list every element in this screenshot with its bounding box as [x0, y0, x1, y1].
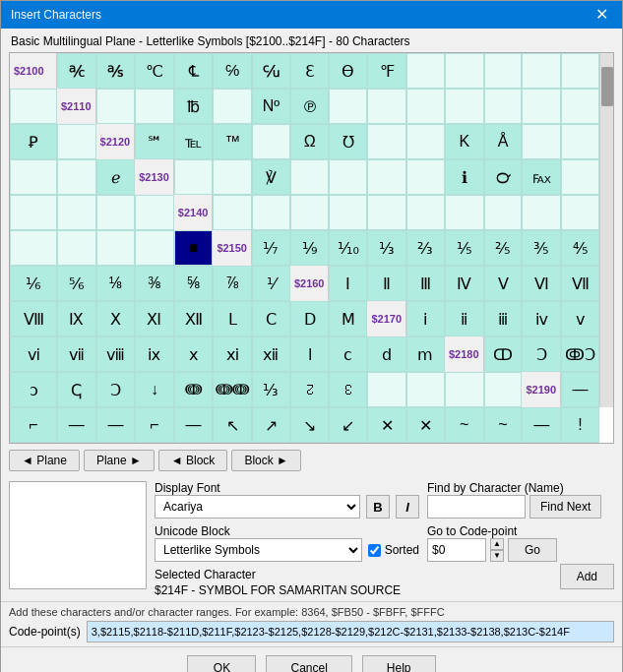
char-cell[interactable]: Ⅲ [406, 266, 445, 301]
char-cell[interactable]: Ⅹ [96, 301, 136, 336]
char-cell[interactable]: ⅙ [10, 266, 57, 301]
char-cell[interactable]: ℹ [445, 159, 484, 195]
char-cell[interactable] [57, 159, 96, 195]
char-cell[interactable] [367, 89, 406, 124]
char-cell[interactable] [561, 89, 599, 124]
char-cell[interactable]: ℅ [213, 53, 252, 89]
char-cell[interactable]: ℠ [135, 124, 174, 159]
char-cell[interactable] [213, 195, 252, 230]
char-cell[interactable]: ↖ [213, 407, 252, 443]
char-cell[interactable]: Å [484, 124, 523, 159]
char-cell[interactable]: Ↄ [522, 336, 561, 372]
char-cell[interactable] [135, 230, 174, 266]
char-cell[interactable] [406, 124, 445, 159]
char-cell[interactable]: — [561, 372, 599, 407]
char-cell[interactable]: ~ [445, 407, 484, 443]
char-cell[interactable] [174, 159, 214, 195]
char-cell[interactable] [135, 195, 174, 230]
prev-plane-button[interactable]: ◄ Plane [9, 450, 80, 471]
char-cell[interactable] [329, 89, 367, 124]
char-cell[interactable]: — [522, 407, 561, 443]
char-cell[interactable]: ⅽ [329, 336, 367, 372]
char-cell[interactable]: ⅝ [174, 266, 214, 301]
char-cell[interactable]: ℃ [135, 53, 174, 89]
char-cell[interactable]: ⌐ [135, 407, 174, 443]
char-cell[interactable]: ⅚ [57, 266, 96, 301]
scrollbar[interactable] [599, 53, 613, 407]
char-cell[interactable] [484, 195, 523, 230]
char-cell[interactable]: ⅘ [561, 230, 599, 266]
goto-input[interactable] [427, 538, 486, 562]
char-cell[interactable] [57, 230, 96, 266]
char-cell[interactable]: Ⅿ [329, 301, 367, 336]
char-cell[interactable] [252, 195, 290, 230]
char-cell[interactable]: ™ [213, 124, 252, 159]
char-cell[interactable]: Ⅻ [174, 301, 214, 336]
char-cell[interactable]: ↊ [290, 372, 330, 407]
char-cell[interactable]: Ʊ [329, 124, 367, 159]
char-cell[interactable] [484, 53, 523, 89]
char-cell[interactable] [445, 89, 484, 124]
char-cell[interactable]: ⅟ [252, 266, 290, 301]
char-cell[interactable]: ↙ [329, 407, 367, 443]
char-cell[interactable]: Ⅺ [135, 301, 174, 336]
char-cell[interactable]: Ω [290, 124, 330, 159]
char-cell[interactable]: ℄ [174, 53, 214, 89]
char-cell[interactable]: ⅻ [252, 336, 290, 372]
char-cell[interactable]: ⅸ [135, 336, 174, 372]
char-cell[interactable]: ↘ [290, 407, 330, 443]
char-cell[interactable] [561, 124, 599, 159]
char-cell[interactable]: ℉ [367, 53, 406, 89]
prev-block-button[interactable]: ◄ Block [158, 450, 228, 471]
char-cell[interactable]: ⅒ [329, 230, 367, 266]
spin-up-button[interactable]: ▲ [490, 538, 504, 550]
char-cell[interactable] [329, 159, 367, 195]
char-cell[interactable]: ⅞ [213, 266, 252, 301]
char-cell[interactable]: Ⅼ [213, 301, 252, 336]
char-cell[interactable]: ⌐ [10, 407, 57, 443]
ok-button[interactable]: OK [187, 655, 256, 672]
sorted-checkbox[interactable] [368, 544, 381, 557]
char-cell[interactable]: — [57, 407, 96, 443]
char-cell[interactable]: ↅ [57, 372, 96, 407]
char-cell[interactable] [96, 230, 136, 266]
char-cell[interactable]: — [174, 407, 214, 443]
char-cell[interactable] [522, 89, 561, 124]
char-cell[interactable]: ⅿ [406, 336, 445, 372]
char-cell[interactable] [10, 159, 57, 195]
next-plane-button[interactable]: Plane ► [84, 450, 155, 471]
char-cell[interactable]: ℔ [174, 89, 214, 124]
cancel-button[interactable]: Cancel [266, 655, 351, 672]
char-cell[interactable] [561, 159, 599, 195]
char-cell[interactable] [484, 372, 523, 407]
char-cell[interactable]: Ⅵ [522, 266, 561, 301]
char-cell[interactable]: ℗ [290, 89, 330, 124]
char-cell[interactable]: Ⅶ [561, 266, 599, 301]
bold-button[interactable]: B [366, 495, 390, 519]
char-cell[interactable] [406, 89, 445, 124]
display-font-select[interactable]: Acariya [155, 495, 360, 519]
char-cell[interactable]: ℀ [57, 53, 96, 89]
char-cell[interactable]: Ⅳ [445, 266, 484, 301]
char-cell[interactable] [445, 53, 484, 89]
find-char-input[interactable] [427, 495, 526, 519]
char-cell[interactable]: ⅐ [252, 230, 290, 266]
char-cell[interactable] [406, 195, 445, 230]
char-cell[interactable] [367, 124, 406, 159]
help-button[interactable]: Help [362, 655, 436, 672]
char-cell[interactable] [484, 89, 523, 124]
char-cell[interactable]: ↀ [484, 336, 523, 372]
char-cell[interactable] [445, 372, 484, 407]
char-cell[interactable] [10, 230, 57, 266]
char-cell[interactable]: ■ [174, 230, 214, 266]
char-cell[interactable] [522, 53, 561, 89]
char-cell[interactable]: Ɛ [290, 53, 330, 89]
char-cell[interactable] [57, 124, 96, 159]
char-cell[interactable]: ↓ [135, 372, 174, 407]
find-next-button[interactable]: Find Next [530, 495, 601, 519]
spin-down-button[interactable]: ▼ [490, 550, 504, 562]
char-cell[interactable]: ↗ [252, 407, 290, 443]
char-cell[interactable] [561, 53, 599, 89]
char-cell[interactable]: Ꝑ [10, 124, 57, 159]
char-cell[interactable] [57, 195, 96, 230]
